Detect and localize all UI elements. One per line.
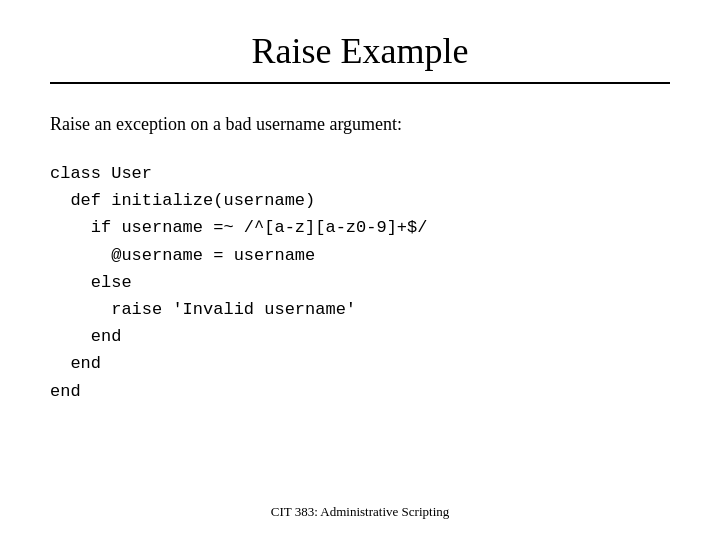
code-line-9: end <box>50 378 670 405</box>
code-line-2: def initialize(username) <box>50 187 670 214</box>
subtitle-text: Raise an exception on a bad username arg… <box>50 114 670 135</box>
slide-title: Raise Example <box>50 30 670 72</box>
code-line-3: if username =~ /^[a-z][a-z0-9]+$/ <box>50 214 670 241</box>
code-line-1: class User <box>50 160 670 187</box>
code-line-6: raise 'Invalid username' <box>50 296 670 323</box>
footer: CIT 383: Administrative Scripting <box>50 504 670 520</box>
code-line-5: else <box>50 269 670 296</box>
code-block: class User def initialize(username) if u… <box>50 160 670 489</box>
code-line-8: end <box>50 350 670 377</box>
title-divider <box>50 82 670 84</box>
slide-container: Raise Example Raise an exception on a ba… <box>0 0 720 540</box>
title-area: Raise Example <box>50 30 670 104</box>
code-line-7: end <box>50 323 670 350</box>
code-line-4: @username = username <box>50 242 670 269</box>
